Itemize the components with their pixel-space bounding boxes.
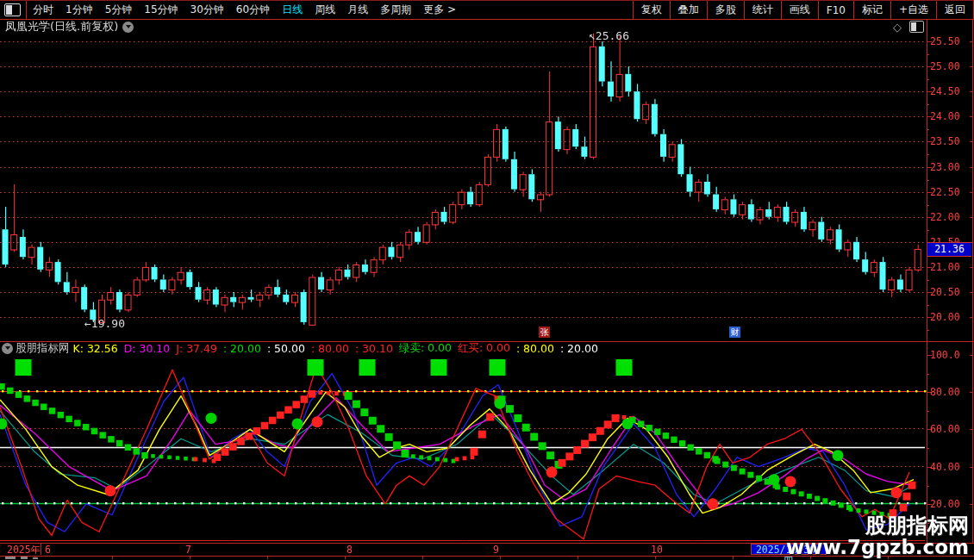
menu-item-period[interactable]: 周线 bbox=[309, 2, 341, 18]
menu-item-tool[interactable]: 统计 bbox=[744, 1, 781, 19]
titlebar: 凤凰光学(日线.前复权) ◇ bbox=[0, 19, 974, 34]
news-marker[interactable]: 财 bbox=[729, 327, 740, 338]
indicator-axis-label: 100.0 bbox=[930, 349, 970, 361]
menu-item-period[interactable]: 30分钟 bbox=[184, 2, 230, 18]
menu-item-period[interactable]: 更多 > bbox=[417, 2, 462, 18]
indicator-value: : 30.10 bbox=[355, 342, 393, 355]
indicator-value: : 20.00 bbox=[223, 342, 261, 355]
tools-menu: 复权叠加多股统计画线F10标记+自选返回 bbox=[633, 1, 974, 19]
indicator-value: : 80.00 bbox=[311, 342, 349, 355]
menu-item-period[interactable]: 日线 bbox=[276, 2, 309, 18]
month-label: 10 bbox=[651, 544, 663, 556]
price-axis-label: 22.00 bbox=[930, 211, 970, 223]
year-label: 2025年 bbox=[7, 544, 41, 557]
indicator-collapse-icon[interactable] bbox=[2, 343, 13, 354]
watermark-site-name: 股朋指标网 bbox=[786, 515, 969, 537]
indicator-value: : 80.00 bbox=[516, 342, 554, 355]
last-price-badge: 21.36 bbox=[927, 242, 971, 257]
watermark: 股朋指标网 www.7gpzb.com bbox=[786, 515, 969, 558]
menu-item-tool[interactable]: 复权 bbox=[633, 1, 670, 19]
menu-item-tool[interactable]: 多股 bbox=[707, 1, 744, 19]
top-menubar: 分时1分钟5分钟15分钟30分钟60分钟日线周线月线多周期更多 > 复权叠加多股… bbox=[0, 0, 974, 20]
month-label: 8 bbox=[347, 544, 353, 556]
month-label: 7 bbox=[185, 544, 191, 556]
trading-app-window: 分时1分钟5分钟15分钟30分钟60分钟日线周线月线多周期更多 > 复权叠加多股… bbox=[0, 0, 974, 560]
stock-title[interactable]: 凤凰光学(日线.前复权) bbox=[5, 19, 118, 34]
indicator-axis-label: 80.00 bbox=[930, 386, 970, 398]
menu-item-period[interactable]: 15分钟 bbox=[138, 2, 184, 18]
indicator-value: : 20.00 bbox=[560, 342, 598, 355]
menu-item-tool[interactable]: +自选 bbox=[890, 1, 936, 19]
menu-item-tool[interactable]: 画线 bbox=[781, 1, 818, 19]
price-axis-label: 20.00 bbox=[930, 311, 970, 323]
indicator-axis-label: 60.00 bbox=[930, 423, 970, 435]
split-view-icon[interactable] bbox=[909, 21, 924, 33]
menu-item-period[interactable]: 5分钟 bbox=[99, 2, 139, 18]
panel-layout-icon[interactable] bbox=[4, 3, 21, 16]
titlebar-icons: ◇ bbox=[893, 21, 924, 33]
menu-item-period[interactable]: 60分钟 bbox=[230, 2, 276, 18]
indicator-value: : 50.00 bbox=[267, 342, 305, 355]
watermark-url: www.7gpzb.com bbox=[786, 537, 969, 558]
diamond-icon[interactable]: ◇ bbox=[893, 22, 902, 33]
indicator-axis-label: 40.00 bbox=[930, 461, 970, 473]
menu-item-tool[interactable]: F10 bbox=[818, 1, 853, 19]
indicator-value: D: 30.10 bbox=[124, 342, 171, 355]
axis-divider bbox=[41, 544, 41, 555]
month-label: 9 bbox=[493, 544, 499, 556]
indicator-axis-label: 20.00 bbox=[930, 498, 970, 510]
price-axis-label: 25.00 bbox=[930, 60, 970, 72]
price-axis-label: 24.00 bbox=[930, 110, 970, 122]
menu-item-period[interactable]: 分时 bbox=[27, 2, 59, 18]
indicator-value: J: 37.49 bbox=[176, 342, 217, 355]
price-axis-label: 25.50 bbox=[930, 35, 970, 47]
indicator-value: 红买: 0.00 bbox=[458, 342, 510, 355]
menu-item-period[interactable]: 1分钟 bbox=[59, 2, 99, 18]
menu-item-tool[interactable]: 叠加 bbox=[670, 1, 707, 19]
period-menu: 分时1分钟5分钟15分钟30分钟60分钟日线周线月线多周期更多 > bbox=[0, 1, 462, 19]
month-label: 6 bbox=[45, 544, 51, 556]
indicator-name[interactable]: 股朋指标网 bbox=[16, 342, 70, 355]
menu-item-period[interactable]: 多周期 bbox=[374, 2, 417, 18]
price-axis-label: 23.50 bbox=[930, 135, 970, 147]
indicator-header: 股朋指标网 K: 32.56D: 30.10J: 37.49: 20.00: 5… bbox=[0, 342, 922, 355]
price-axis-label: 22.50 bbox=[930, 186, 970, 198]
menu-item-tool[interactable]: 标记 bbox=[853, 1, 890, 19]
title-dropdown-icon[interactable] bbox=[122, 22, 134, 33]
menu-item-tool[interactable]: 返回 bbox=[936, 1, 974, 19]
indicator-value: K: 32.56 bbox=[73, 342, 118, 355]
menu-item-period[interactable]: 月线 bbox=[341, 2, 374, 18]
price-axis-label: 23.00 bbox=[930, 161, 970, 173]
chart-canvas[interactable] bbox=[0, 0, 974, 560]
price-axis-label: 24.50 bbox=[930, 85, 970, 97]
indicator-value: 绿卖: 0.00 bbox=[399, 342, 452, 355]
price-axis-label: 21.00 bbox=[930, 261, 970, 273]
price-axis-label: 20.50 bbox=[930, 286, 970, 298]
low-price-annotation: ←19.90 bbox=[84, 317, 125, 330]
news-marker[interactable]: 张 bbox=[539, 327, 550, 338]
